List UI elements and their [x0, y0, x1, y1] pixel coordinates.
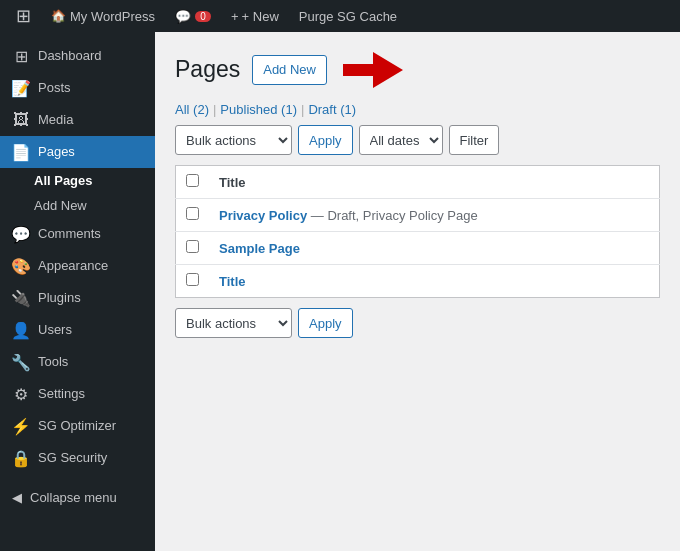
appearance-icon: 🎨: [12, 257, 30, 275]
new-content-bar-item[interactable]: + + New: [223, 0, 287, 32]
plugins-icon: 🔌: [12, 289, 30, 307]
table-row: Privacy Policy — Draft, Privacy Policy P…: [176, 199, 660, 232]
pages-icon: 📄: [12, 143, 30, 161]
all-filter-link[interactable]: All (2): [175, 102, 209, 117]
sidebar-item-sg-security-label: SG Security: [38, 450, 107, 467]
sidebar-subitem-all-pages[interactable]: All Pages: [34, 168, 155, 193]
sidebar-item-media-label: Media: [38, 112, 73, 129]
all-filter-label: All: [175, 102, 189, 117]
filter-button[interactable]: Filter: [449, 125, 500, 155]
sidebar-item-media[interactable]: 🖼 Media: [0, 104, 155, 136]
sidebar-item-sg-security[interactable]: 🔒 SG Security: [0, 442, 155, 474]
draft-filter-link[interactable]: Draft (1): [308, 102, 356, 117]
draft-filter-label: Draft: [308, 102, 336, 117]
plus-icon: +: [231, 9, 239, 24]
sidebar: ⊞ Dashboard 📝 Posts 🖼 Media 📄 Pages All …: [0, 32, 155, 551]
wp-logo[interactable]: ⊞: [8, 0, 39, 32]
users-icon: 👤: [12, 321, 30, 339]
sidebar-item-appearance-label: Appearance: [38, 258, 108, 275]
sg-security-icon: 🔒: [12, 449, 30, 467]
sidebar-item-comments[interactable]: 💬 Comments: [0, 218, 155, 250]
row-checkbox-cell-1: [176, 199, 210, 232]
sidebar-item-sg-optimizer[interactable]: ⚡ SG Optimizer: [0, 410, 155, 442]
row-1-title-cell: Privacy Policy — Draft, Privacy Policy P…: [209, 199, 660, 232]
comments-icon: 💬: [175, 9, 191, 24]
row-1-checkbox[interactable]: [186, 207, 199, 220]
all-pages-label: All Pages: [34, 173, 93, 188]
settings-icon: ⚙: [12, 385, 30, 403]
sidebar-item-sg-optimizer-label: SG Optimizer: [38, 418, 116, 435]
comments-sidebar-icon: 💬: [12, 225, 30, 243]
bottom-bulk-actions-select[interactable]: Bulk actions Edit Move to Trash: [175, 308, 292, 338]
purge-cache-bar-item[interactable]: Purge SG Cache: [291, 0, 405, 32]
apply-button[interactable]: Apply: [298, 125, 353, 155]
admin-bar: ⊞ 🏠 My WordPress 💬 0 + + New Purge SG Ca…: [0, 0, 680, 32]
row-2-checkbox[interactable]: [186, 240, 199, 253]
sidebar-item-settings[interactable]: ⚙ Settings: [0, 378, 155, 410]
page-header: Pages Add New: [175, 52, 660, 88]
header-checkbox-col: [176, 166, 210, 199]
site-name[interactable]: 🏠 My WordPress: [43, 0, 163, 32]
sidebar-item-users[interactable]: 👤 Users: [0, 314, 155, 346]
table-header-row: Title: [176, 166, 660, 199]
purge-label: Purge SG Cache: [299, 9, 397, 24]
sidebar-item-posts[interactable]: 📝 Posts: [0, 72, 155, 104]
sidebar-item-tools[interactable]: 🔧 Tools: [0, 346, 155, 378]
row-2-title-cell: Sample Page: [209, 232, 660, 265]
title-column-header: Title: [209, 166, 660, 199]
add-new-sub-label: Add New: [34, 198, 87, 213]
table-row: Title: [176, 265, 660, 298]
collapse-icon: ◀: [12, 490, 22, 505]
tools-icon: 🔧: [12, 353, 30, 371]
all-filter-count: (2): [193, 102, 209, 117]
draft-filter-count: (1): [340, 102, 356, 117]
sidebar-item-posts-label: Posts: [38, 80, 71, 97]
sidebar-item-plugins[interactable]: 🔌 Plugins: [0, 282, 155, 314]
published-filter-count: (1): [281, 102, 297, 117]
comments-bar-item[interactable]: 💬 0: [167, 0, 219, 32]
sidebar-item-pages-label: Pages: [38, 144, 75, 161]
published-filter-link[interactable]: Published (1): [220, 102, 297, 117]
footer-row-checkbox[interactable]: [186, 273, 199, 286]
sidebar-subitem-add-new[interactable]: Add New: [34, 193, 155, 218]
footer-title-label: Title: [219, 274, 246, 289]
bottom-apply-button[interactable]: Apply: [298, 308, 353, 338]
sidebar-item-dashboard-label: Dashboard: [38, 48, 102, 65]
wp-icon: ⊞: [16, 5, 31, 27]
sidebar-item-tools-label: Tools: [38, 354, 68, 371]
red-arrow-indicator: [343, 52, 403, 88]
sample-page-link[interactable]: Sample Page: [219, 241, 300, 256]
comments-count-badge: 0: [195, 11, 211, 22]
sidebar-item-users-label: Users: [38, 322, 72, 339]
privacy-policy-desc: — Draft, Privacy Policy Page: [311, 208, 478, 223]
media-icon: 🖼: [12, 111, 30, 129]
filter-sep-1: |: [213, 102, 216, 117]
filter-links: All (2) | Published (1) | Draft (1): [175, 102, 660, 117]
posts-icon: 📝: [12, 79, 30, 97]
add-new-button[interactable]: Add New: [252, 55, 327, 86]
sidebar-item-comments-label: Comments: [38, 226, 101, 243]
top-toolbar: Bulk actions Edit Move to Trash Apply Al…: [175, 125, 660, 155]
row-checkbox-cell-2: [176, 232, 210, 265]
bulk-actions-select[interactable]: Bulk actions Edit Move to Trash: [175, 125, 292, 155]
row-checkbox-cell-footer: [176, 265, 210, 298]
published-filter-label: Published: [220, 102, 277, 117]
svg-marker-0: [343, 52, 403, 88]
pages-table: Title Privacy Policy — Draft, Privacy Po…: [175, 165, 660, 298]
footer-title-cell: Title: [209, 265, 660, 298]
sidebar-item-pages[interactable]: 📄 Pages: [0, 136, 155, 168]
site-name-label: My WordPress: [70, 9, 155, 24]
select-all-checkbox[interactable]: [186, 174, 199, 187]
page-title: Pages: [175, 55, 240, 85]
filter-sep-2: |: [301, 102, 304, 117]
date-filter-select[interactable]: All dates: [359, 125, 443, 155]
sidebar-item-plugins-label: Plugins: [38, 290, 81, 307]
collapse-menu[interactable]: ◀ Collapse menu: [0, 478, 155, 517]
sidebar-item-dashboard[interactable]: ⊞ Dashboard: [0, 40, 155, 72]
sidebar-item-appearance[interactable]: 🎨 Appearance: [0, 250, 155, 282]
pages-submenu: All Pages Add New: [0, 168, 155, 218]
content-area: Pages Add New All (2) | Published (1) |: [155, 32, 680, 551]
privacy-policy-link[interactable]: Privacy Policy: [219, 208, 307, 223]
bottom-toolbar: Bulk actions Edit Move to Trash Apply: [175, 308, 660, 338]
table-row: Sample Page: [176, 232, 660, 265]
